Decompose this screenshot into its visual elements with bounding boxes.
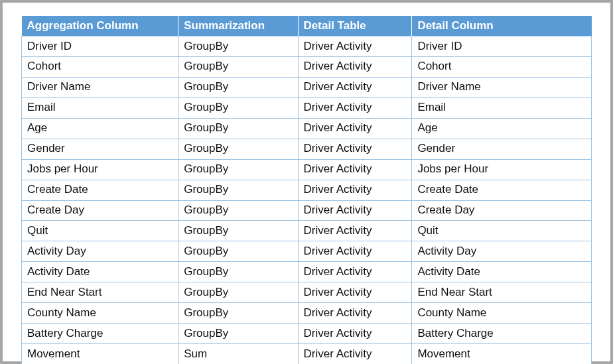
table-cell: Driver Activity	[298, 344, 412, 364]
table-cell: Jobs per Hour	[22, 159, 178, 180]
table-row: GenderGroupByDriver ActivityGender	[22, 139, 592, 159]
table-header: Aggregation Column Summarization Detail …	[22, 16, 592, 36]
table-cell: GroupBy	[178, 262, 298, 282]
table-row: Battery ChargeGroupByDriver ActivityBatt…	[22, 324, 592, 344]
table-cell: Driver Activity	[298, 118, 412, 139]
table-cell: Cohort	[22, 56, 178, 77]
table-cell: Driver Activity	[298, 97, 412, 118]
table-cell: GroupBy	[178, 139, 298, 159]
table-row: QuitGroupByDriver ActivityQuit	[22, 221, 592, 241]
table-row: EmailGroupByDriver ActivityEmail	[22, 97, 592, 118]
table-row: End Near StartGroupByDriver ActivityEnd …	[22, 282, 592, 303]
table-cell: GroupBy	[178, 159, 298, 180]
table-cell: Quit	[412, 221, 592, 241]
table-cell: Driver Activity	[298, 139, 412, 159]
table-cell: Driver ID	[412, 36, 592, 57]
table-row: Create DayGroupByDriver ActivityCreate D…	[22, 200, 592, 221]
table-cell: GroupBy	[178, 221, 298, 241]
table-cell: Driver Activity	[298, 159, 412, 180]
table-row: CohortGroupByDriver ActivityCohort	[22, 56, 592, 77]
table-cell: Jobs per Hour	[412, 159, 592, 180]
table-cell: Gender	[412, 139, 592, 159]
table-cell: End Near Start	[22, 282, 178, 303]
table-cell: GroupBy	[178, 200, 298, 221]
table-cell: Driver Activity	[298, 180, 412, 200]
table-frame: Aggregation Column Summarization Detail …	[0, 0, 613, 364]
table-cell: Battery Charge	[22, 324, 178, 344]
col-header-summarization: Summarization	[178, 16, 298, 36]
table-cell: Create Day	[22, 200, 178, 221]
col-header-detail-table: Detail Table	[298, 16, 412, 36]
table-cell: End Near Start	[412, 282, 592, 303]
table-cell: Driver Activity	[298, 56, 412, 77]
table-cell: Create Date	[22, 180, 178, 200]
table-row: AgeGroupByDriver ActivityAge	[22, 118, 592, 139]
table-cell: Driver Activity	[298, 36, 412, 57]
table-cell: GroupBy	[178, 36, 298, 57]
col-header-detail-column: Detail Column	[412, 16, 592, 36]
table-cell: Email	[412, 97, 592, 118]
table-cell: Cohort	[412, 56, 592, 77]
table-cell: Driver Activity	[298, 241, 412, 262]
table-cell: GroupBy	[178, 282, 298, 303]
table-cell: Driver Activity	[298, 324, 412, 344]
table-row: County NameGroupByDriver ActivityCounty …	[22, 303, 592, 324]
table-cell: Age	[412, 118, 592, 139]
table-row: Activity DateGroupByDriver ActivityActiv…	[22, 262, 592, 282]
table-cell: Gender	[22, 139, 178, 159]
table-row: Jobs per HourGroupByDriver ActivityJobs …	[22, 159, 592, 180]
table-cell: Driver Activity	[298, 303, 412, 324]
table-cell: Driver Activity	[298, 77, 412, 97]
table-cell: Movement	[412, 344, 592, 364]
table-cell: Quit	[22, 221, 178, 241]
table-cell: GroupBy	[178, 303, 298, 324]
table-cell: Driver Name	[412, 77, 592, 97]
table-cell: Driver Activity	[298, 221, 412, 241]
table-row: Activity DayGroupByDriver ActivityActivi…	[22, 241, 592, 262]
table-cell: GroupBy	[178, 56, 298, 77]
table-cell: Battery Charge	[412, 324, 592, 344]
table-cell: Age	[22, 118, 178, 139]
table-cell: Activity Date	[22, 262, 178, 282]
table-cell: Create Day	[412, 200, 592, 221]
table-cell: Driver Name	[22, 77, 178, 97]
aggregation-table: Aggregation Column Summarization Detail …	[21, 16, 592, 364]
col-header-aggregation-column: Aggregation Column	[22, 16, 178, 36]
table-cell: Driver Activity	[298, 282, 412, 303]
table-row: Driver IDGroupByDriver ActivityDriver ID	[22, 36, 592, 57]
table-cell: GroupBy	[178, 118, 298, 139]
table-cell: Sum	[178, 344, 298, 364]
table-cell: GroupBy	[178, 97, 298, 118]
table-cell: Create Date	[412, 180, 592, 200]
table-row: MovementSumDriver ActivityMovement	[22, 344, 592, 364]
table-cell: Activity Day	[412, 241, 592, 262]
table-cell: GroupBy	[178, 324, 298, 344]
table-cell: Movement	[22, 344, 178, 364]
table-cell: GroupBy	[178, 241, 298, 262]
table-cell: Activity Date	[412, 262, 592, 282]
table-cell: Driver Activity	[298, 200, 412, 221]
table-body: Driver IDGroupByDriver ActivityDriver ID…	[22, 36, 592, 365]
table-cell: Driver Activity	[298, 262, 412, 282]
table-cell: Activity Day	[22, 241, 178, 262]
table-row: Create DateGroupByDriver ActivityCreate …	[22, 180, 592, 200]
table-cell: County Name	[412, 303, 592, 324]
table-cell: Driver ID	[22, 36, 178, 57]
table-cell: GroupBy	[178, 77, 298, 97]
table-cell: GroupBy	[178, 180, 298, 200]
table-row: Driver NameGroupByDriver ActivityDriver …	[22, 77, 592, 97]
table-cell: Email	[22, 97, 178, 118]
table-cell: County Name	[22, 303, 178, 324]
